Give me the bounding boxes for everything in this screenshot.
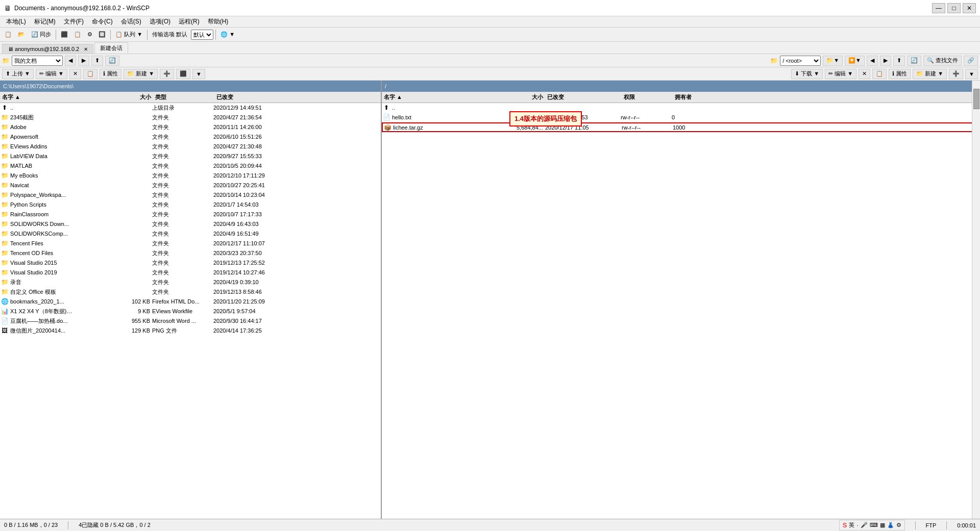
left-file-row[interactable]: 📁 SOLIDWORKS Down... 文件夹 2020/4/9 16:43:…: [0, 219, 381, 229]
right-download-btn[interactable]: ⬇ 下载 ▼: [791, 69, 823, 79]
right-edit-btn[interactable]: ✏ 编辑 ▼: [825, 69, 856, 79]
menu-mark[interactable]: 标记(M): [30, 16, 60, 27]
left-copy-btn[interactable]: 📋: [83, 69, 97, 79]
left-col-modified[interactable]: 已改变: [214, 93, 286, 101]
left-plus-btn[interactable]: ➕: [160, 69, 174, 79]
toolbar-sync-btn[interactable]: 🔄 同步: [29, 29, 54, 40]
right-col-size[interactable]: 大小: [494, 93, 545, 101]
right-scrollbar[interactable]: [972, 81, 980, 519]
left-col-type[interactable]: 类型: [153, 93, 214, 101]
left-file-row[interactable]: 📁 2345截图 文件夹 2020/4/27 21:36:54: [0, 113, 381, 122]
left-file-row[interactable]: 🖼 微信图片_20200414... 129 KB PNG 文件 2020/4/…: [0, 326, 381, 336]
left-path-drive[interactable]: 我的文档: [12, 56, 63, 66]
left-file-row[interactable]: 📁 自定义 Office 模板 文件夹 2019/12/13 8:58:46: [0, 287, 381, 297]
left-file-row[interactable]: 📁 SOLIDWORKSComp... 文件夹 2020/4/9 16:51:4…: [0, 229, 381, 239]
toolbar-icon3[interactable]: ⚙: [85, 29, 95, 40]
right-path-root[interactable]: / <root>: [780, 56, 821, 66]
close-button[interactable]: ✕: [963, 3, 976, 13]
left-file-row[interactable]: 📁 Navicat 文件夹 2020/10/27 20:25:41: [0, 181, 381, 190]
left-file-row[interactable]: 📁 Visual Studio 2015 文件夹 2019/12/13 17:2…: [0, 258, 381, 268]
more-btn1[interactable]: ▦: [880, 522, 885, 528]
right-filter2-btn[interactable]: ▼: [965, 69, 978, 79]
transfer-select[interactable]: 默认: [191, 30, 213, 40]
right-col-modified[interactable]: 已改变: [545, 93, 622, 101]
menu-remote[interactable]: 远程(R): [175, 16, 204, 27]
left-col-name[interactable]: 名字 ▲: [0, 93, 112, 101]
tab-session-close[interactable]: ✕: [84, 46, 88, 52]
right-new-btn[interactable]: 📁 新建 ▼: [913, 69, 947, 79]
left-file-row[interactable]: 📁 EViews Addins 文件夹 2020/4/27 21:30:48: [0, 142, 381, 151]
left-file-row[interactable]: 📁 MATLAB 文件夹 2020/10/5 20:09:44: [0, 161, 381, 171]
menu-options[interactable]: 选项(O): [145, 16, 175, 27]
right-nav-up[interactable]: ⬆: [893, 56, 905, 66]
left-refresh[interactable]: 🔄: [105, 56, 119, 66]
right-plus-btn[interactable]: ➕: [949, 69, 963, 79]
left-file-row[interactable]: 📁 Polyspace_Workspa... 文件夹 2020/10/14 10…: [0, 190, 381, 200]
maximize-button[interactable]: □: [947, 3, 961, 13]
toolbar-icon1[interactable]: ⬛: [58, 29, 70, 40]
left-file-row[interactable]: 📄 豆腐机——加热桶.do... 955 KB Microsoft Word .…: [0, 316, 381, 326]
left-more-btn[interactable]: ⬛: [176, 69, 190, 79]
menu-help[interactable]: 帮助(H): [204, 16, 233, 27]
left-edit-btn[interactable]: ✏ 编辑 ▼: [36, 69, 67, 79]
right-delete-btn[interactable]: ✕: [859, 69, 870, 79]
left-file-row[interactable]: 📁 录音 文件夹 2020/4/19 0:39:10: [0, 277, 381, 287]
toolbar-icon5[interactable]: 🌐 ▼: [218, 29, 237, 40]
left-file-row[interactable]: 📁 Tencent Files 文件夹 2020/12/17 11:10:07: [0, 239, 381, 248]
transfer-options-btn[interactable]: 传输选项 默认: [150, 29, 190, 40]
menu-file[interactable]: 文件(F): [60, 16, 88, 27]
left-file-row[interactable]: 📁 RainClassroom 文件夹 2020/10/7 17:17:33: [0, 210, 381, 219]
left-file-row[interactable]: 📊 X1 X2 X4 Y（8年数据)… 9 KB EViews Workfile…: [0, 307, 381, 316]
right-sync-btn[interactable]: 🔗: [964, 56, 978, 66]
toolbar-new-btn[interactable]: 📋: [2, 29, 14, 40]
left-filter-btn[interactable]: ▼: [192, 69, 205, 79]
right-filter-btn[interactable]: 🔽▼: [845, 56, 865, 66]
left-file-row[interactable]: 📁 LabVIEW Data 文件夹 2020/9/27 15:55:33: [0, 151, 381, 161]
toolbar-icon2[interactable]: 📋: [71, 29, 84, 40]
menu-session[interactable]: 会话(S): [117, 16, 145, 27]
left-upload-btn[interactable]: ⬆ 上传 ▼: [2, 69, 34, 79]
punct-btn[interactable]: ·: [856, 522, 858, 528]
menu-local[interactable]: 本地(L): [2, 16, 30, 27]
left-prop-btn[interactable]: ℹ 属性: [100, 69, 121, 79]
right-file-row[interactable]: 📄 hello.txt 1KB 2020/12/10 10:53 rw-r--r…: [382, 113, 980, 122]
left-file-row[interactable]: 📁 Visual Studio 2019 文件夹 2019/12/14 10:2…: [0, 268, 381, 277]
voice-btn[interactable]: 🎤: [861, 522, 868, 528]
left-file-row[interactable]: 📁 My eBooks 文件夹 2020/12/10 17:11:29: [0, 171, 381, 181]
search-file-btn[interactable]: 🔍 查找文件: [923, 56, 962, 66]
right-col-owner[interactable]: 拥有者: [673, 93, 714, 101]
menu-command[interactable]: 命令(C): [88, 16, 117, 27]
toolbar-icon4[interactable]: 🔲: [96, 29, 108, 40]
more-btn2[interactable]: 👗: [887, 522, 894, 528]
right-nav-forward[interactable]: ▶: [880, 56, 891, 66]
right-refresh[interactable]: 🔄: [907, 56, 921, 66]
left-nav-forward[interactable]: ▶: [78, 56, 89, 66]
left-file-row[interactable]: ⬆ .. 上级目录 2020/12/9 14:49:51: [0, 103, 381, 113]
right-file-row[interactable]: ⬆ ..: [382, 103, 980, 113]
toolbar-open-btn[interactable]: 📂: [15, 29, 28, 40]
right-copy-btn[interactable]: 📋: [872, 69, 887, 79]
left-nav-back[interactable]: ◀: [65, 56, 76, 66]
left-new-btn[interactable]: 📁 新建 ▼: [124, 69, 158, 79]
left-file-row[interactable]: 📁 Tencent OD Files 文件夹 2020/3/23 20:37:5…: [0, 248, 381, 258]
lang-btn[interactable]: 英: [849, 521, 854, 529]
left-nav-up[interactable]: ⬆: [91, 56, 103, 66]
left-file-row[interactable]: 📁 Apowersoft 文件夹 2020/6/10 15:51:26: [0, 132, 381, 142]
left-delete-btn[interactable]: ✕: [69, 69, 81, 79]
right-nav-back[interactable]: ◀: [867, 56, 878, 66]
more-btn3[interactable]: ⚙: [896, 522, 901, 528]
left-file-row[interactable]: 📁 Adobe 文件夹 2020/11/1 14:26:00: [0, 122, 381, 132]
right-col-name[interactable]: 名字 ▲: [382, 93, 494, 101]
left-file-row[interactable]: 📁 Python Scripts 文件夹 2020/1/7 14:54:03: [0, 200, 381, 210]
right-col-perms[interactable]: 权限: [622, 93, 673, 101]
tab-new-session[interactable]: 新建会话: [94, 42, 128, 54]
keyboard-btn[interactable]: ⌨: [870, 522, 878, 528]
minimize-button[interactable]: —: [932, 3, 945, 13]
scroll-thumb[interactable]: [973, 89, 979, 109]
left-file-row[interactable]: 🌐 bookmarks_2020_1... 102 KB Firefox HTM…: [0, 297, 381, 307]
right-folder-btn[interactable]: 📁▼: [823, 56, 843, 66]
right-prop-btn[interactable]: ℹ 属性: [889, 69, 911, 79]
tab-session[interactable]: 🖥 anonymous@192.168.0.2 ✕: [2, 44, 93, 54]
right-file-row[interactable]: 📦 lichee.tar.gz 5,684,84... 2020/12/17 1…: [382, 122, 980, 132]
queue-btn[interactable]: 📋 队列 ▼: [113, 29, 145, 40]
